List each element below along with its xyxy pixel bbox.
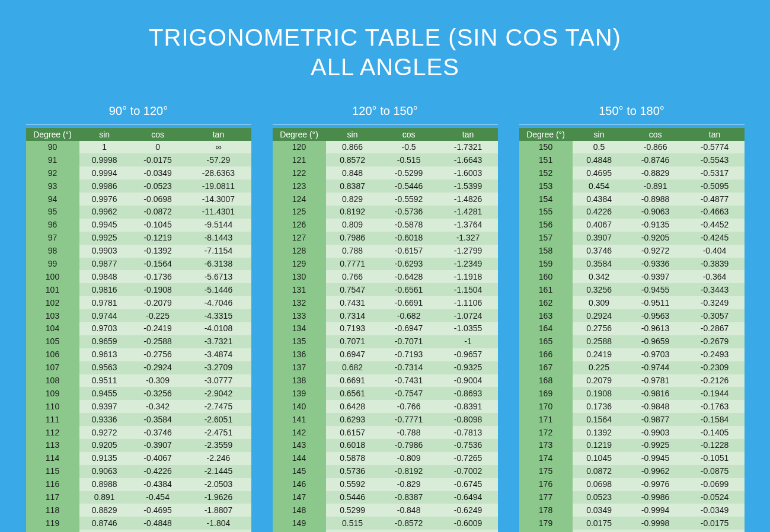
degree-cell: 171 [519,413,573,426]
degree-cell: 173 [519,439,573,452]
table-row: 1040.9703-0.2419-4.0108 [26,322,251,335]
value-cell: -0.7265 [439,452,498,465]
column-header: tan [685,128,745,141]
table-row: 1340.7193-0.6947-1.0355 [273,322,498,335]
value-cell: 0.1564 [573,413,626,426]
value-cell: 0.848 [326,166,379,180]
table-row: 1110.9336-0.3584-2.6051 [26,413,251,426]
value-cell: 0.7771 [326,258,379,271]
value-cell: 0.9063 [79,465,130,478]
table-row: 1360.6947-0.7193-0.9657 [273,348,498,361]
value-cell: 0.8988 [79,478,130,491]
table-row: 1370.682-0.7314-0.9325 [273,361,498,374]
degree-cell: 144 [273,452,326,465]
degree-cell: 135 [273,335,326,348]
value-cell: 0.9272 [79,426,130,439]
value-cell: -0.9925 [626,439,685,452]
table-row: 1210.8572-0.515-1.6643 [273,153,498,166]
value-cell: 0.9397 [79,400,130,413]
value-cell: -1.1504 [439,283,498,296]
degree-cell: 176 [519,478,573,491]
degree-cell: 115 [26,465,79,478]
value-cell: 0.2419 [573,348,626,361]
degree-cell: 151 [519,153,573,166]
value-cell: 0.0349 [573,504,626,517]
table-row: 960.9945-0.1045-9.5144 [26,219,251,232]
value-cell: -0.364 [685,270,745,283]
value-cell: -0.9657 [439,348,498,361]
table-row: 1430.6018-0.7986-0.7536 [273,439,498,452]
value-cell: -6.3138 [186,258,251,271]
degree-cell: 120 [26,530,79,532]
table-row: 1510.4848-0.8746-0.5543 [519,153,745,166]
degree-cell: 145 [273,465,326,478]
value-cell: 0.829 [326,193,379,206]
table-row: 1780.0349-0.9994-0.0349 [519,504,745,517]
value-cell: -0.2126 [685,374,745,387]
value-cell: -0.2493 [685,348,745,361]
value-cell: 0.3746 [573,245,626,258]
trig-table: Degree (°)sincostan1200.866-0.5-1.732112… [273,124,498,532]
value-cell: 0.4848 [573,153,626,166]
value-cell: 0.5592 [326,478,379,491]
value-cell: -0.5299 [379,166,439,180]
value-cell: -0.4663 [685,206,745,219]
degree-cell: 109 [26,387,79,400]
degree-cell: 95 [26,206,79,219]
table-row: 1460.5592-0.829-0.6745 [273,478,498,491]
degree-cell: 112 [26,426,79,439]
value-cell: -2.7475 [186,400,251,413]
degree-cell: 111 [26,413,79,426]
value-cell: 0 [130,141,186,154]
value-cell: 0.9455 [79,387,130,400]
value-cell: 0.3584 [573,258,626,271]
table-row: 1280.788-0.6157-1.2799 [273,245,498,258]
value-cell: 0.4067 [573,219,626,232]
table-row: 1520.4695-0.8829-0.5317 [519,166,745,180]
table-row: 1030.9744-0.225-4.3315 [26,309,251,322]
degree-cell: 113 [26,439,79,452]
table-row: 1700.1736-0.9848-0.1763 [519,400,745,413]
degree-cell: 128 [273,245,326,258]
value-cell: -1.4281 [439,206,498,219]
column-header: Degree (°) [519,128,573,141]
degree-cell: 136 [273,348,326,361]
value-cell: -0.766 [379,400,439,413]
value-cell: 0.7547 [326,283,379,296]
value-cell: -0.9986 [626,491,685,504]
table-row: 1490.515-0.8572-0.6009 [273,517,498,530]
value-cell: -0.7193 [379,348,439,361]
value-cell: -0.1564 [130,258,186,271]
value-cell: -4.7046 [186,296,251,309]
value-cell: 0.454 [573,180,626,193]
table-row: 950.9962-0.0872-11.4301 [26,206,251,219]
degree-cell: 166 [519,348,573,361]
trig-table: Degree (°)sincostan1500.5-0.866-0.577415… [519,124,745,532]
table-row: 930.9986-0.0523-19.0811 [26,180,251,193]
value-cell: 0.9205 [79,439,130,452]
value-cell: -8.1443 [186,232,251,245]
value-cell: -1.0355 [439,322,498,335]
value-cell: 0.5736 [326,465,379,478]
degree-cell: 157 [519,232,573,245]
degree-cell: 98 [26,245,79,258]
table-row: 1770.0523-0.9986-0.0524 [519,491,745,504]
value-cell: -0.6561 [379,283,439,296]
table-row: 1190.8746-0.4848-1.804 [26,517,251,530]
value-cell: -0.2419 [130,322,186,335]
table-row: 1480.5299-0.848-0.6249 [273,504,498,517]
table-row: 1530.454-0.891-0.5095 [519,180,745,193]
value-cell: -0.5 [130,530,186,532]
degree-cell: 101 [26,283,79,296]
value-cell: -0.0699 [685,478,745,491]
value-cell: -0.7536 [439,439,498,452]
table-row: 1600.342-0.9397-0.364 [519,270,745,283]
value-cell: -0.866 [626,141,685,154]
value-cell: -0.2309 [685,361,745,374]
value-cell: -19.0811 [186,180,251,193]
degree-cell: 118 [26,504,79,517]
value-cell: -1.6003 [439,166,498,180]
value-cell: -0.6691 [379,296,439,309]
value-cell: -57.29 [186,153,251,166]
column-header: tan [439,128,498,141]
